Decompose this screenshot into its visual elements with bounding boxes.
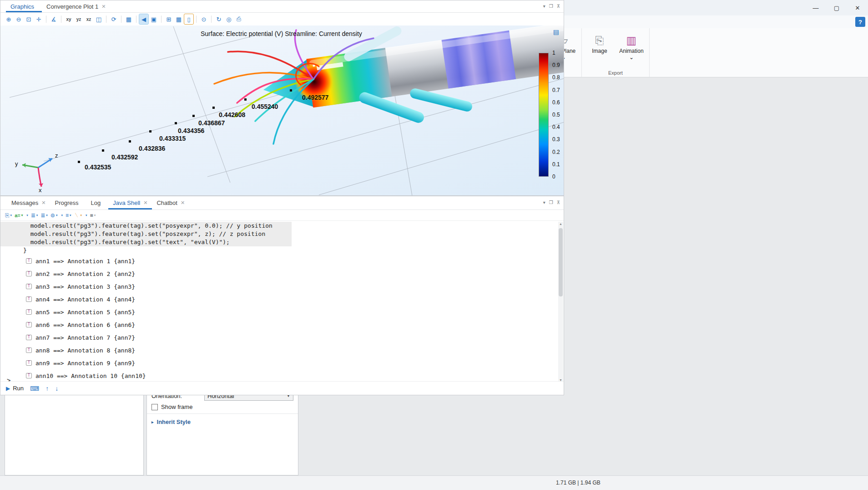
table-toggle-icon[interactable]: ▦▾	[174, 14, 183, 24]
clear-shell-icon[interactable]: ﹨▾	[74, 211, 82, 219]
annotation-icon: T	[26, 296, 32, 302]
history-up-icon[interactable]: ↑	[45, 385, 49, 392]
memory-usage: 1.71 GB | 1.94 GB	[556, 480, 601, 486]
y-axis-label: y	[15, 160, 18, 167]
rotate-icon[interactable]: ⟳▾	[109, 14, 118, 24]
maximize-button[interactable]: ▢	[826, 0, 847, 15]
zoom-out-icon[interactable]: ⊖▾	[14, 14, 23, 24]
plot-properties-icon[interactable]: ▤	[553, 28, 559, 36]
panel-pin-icon[interactable]: ⊼	[557, 4, 560, 9]
axis-triad: y z x	[13, 148, 63, 194]
stop-icon[interactable]: ■▾	[90, 212, 96, 219]
show-hidden-icon[interactable]: ⊚▾	[50, 212, 58, 219]
close-icon[interactable]: ✕	[181, 200, 185, 206]
grid-toggle-icon[interactable]: ⊞▾	[164, 14, 173, 24]
annotation-point	[192, 115, 195, 117]
console-tab[interactable]: Progress	[50, 196, 86, 209]
annotation-icon: T	[26, 271, 32, 276]
show-frame-checkbox[interactable]: Show frame	[147, 402, 298, 412]
code-line: model.result("pg3").feature(tag).set("po…	[0, 222, 292, 230]
annotation-icon: T	[26, 335, 32, 340]
zoom-box-icon[interactable]: ⊡▾	[24, 14, 33, 24]
close-icon[interactable]: ✕	[41, 200, 45, 206]
plot-canvas[interactable]: Surface: Electric potential (V) Streamli…	[0, 26, 564, 196]
close-button[interactable]: ✕	[847, 0, 868, 15]
zoom-extents-icon[interactable]: ✛▾	[34, 14, 43, 24]
panel-float-icon[interactable]: ❐	[549, 200, 553, 205]
console-tab[interactable]: Java Shell✕	[108, 196, 152, 209]
history-down-icon[interactable]: ↓	[55, 385, 58, 392]
colorbar-tick-label: 0.2	[552, 149, 560, 155]
console-bottom-toolbar: ▶Run ⌨ ↑ ↓	[0, 381, 564, 395]
keyboard-icon[interactable]: ⌨	[30, 385, 39, 392]
run-button[interactable]: ▶Run	[6, 385, 24, 392]
indent-less-icon[interactable]: ≣▾	[40, 212, 48, 219]
panel-float-icon[interactable]: ❐	[549, 4, 553, 9]
annotation-icon: T	[26, 258, 32, 264]
annotation-icon: T	[26, 322, 32, 327]
graphics-tab[interactable]: Graphics	[6, 0, 42, 12]
go-to-xz-view-icon[interactable]: xz▾	[84, 14, 93, 24]
minimize-button[interactable]: —	[805, 0, 826, 15]
snapshot-icon[interactable]: ◎▾	[224, 14, 233, 24]
export-icon: ⎘	[595, 33, 604, 48]
shell-result-line: T ann9 ==> Annotation 9 {ann9}	[0, 357, 559, 369]
export-icon: ▥	[626, 33, 637, 48]
annotation-value: 0.492577	[302, 94, 328, 101]
go-to-xy-view-icon[interactable]: xy▾	[64, 14, 73, 24]
section-inherit-style[interactable]: ▸Inherit Style	[147, 416, 298, 427]
view-menu-icon[interactable]: ▣▾	[149, 14, 158, 24]
close-icon[interactable]: ✕	[143, 200, 147, 206]
show-expressions-icon[interactable]: a=▾	[15, 213, 23, 218]
colorbar-tick-label: 0.8	[552, 74, 560, 81]
shell-result-line: T ann2 ==> Annotation 2 {ann2}	[0, 267, 559, 280]
colorbar-tick-label: 0.1	[552, 161, 560, 168]
colorbar-tick-label: 0.4	[552, 124, 560, 130]
panel-menu-icon[interactable]: ▾	[543, 200, 545, 205]
go-to-default-view-icon[interactable]: ∡▾	[49, 14, 58, 24]
shell-result-line: T ann4 ==> Annotation 4 {ann4}	[0, 293, 559, 306]
annotation-point	[212, 107, 215, 109]
annotation-point	[78, 161, 80, 163]
shell-result-line: T ann10 ==> Annotation 10 {ann10}	[0, 369, 559, 382]
shell-output[interactable]: model.result("pg3").feature(tag).set("po…	[0, 222, 559, 382]
annotation-value: 0.432592	[111, 153, 138, 161]
panel-menu-icon[interactable]: ▾	[543, 4, 545, 9]
annotation-icon: T	[26, 309, 32, 315]
scene-light-icon[interactable]: ◫▾	[94, 14, 103, 24]
indent-more-icon[interactable]: ≣▾	[31, 212, 38, 219]
x-axis-label: x	[39, 187, 42, 194]
console-scrollbar[interactable]: ▲▼	[558, 222, 563, 382]
annotation-icon: T	[26, 347, 32, 353]
go-to-yz-view-icon[interactable]: yz▾	[74, 14, 83, 24]
animation-button[interactable]: ▥ Animation ⌄	[616, 30, 646, 68]
wrap-lines-icon[interactable]: ≡▾	[66, 212, 71, 219]
zoom-in-icon[interactable]: ⊕▾	[4, 14, 13, 24]
console-tab[interactable]: Chatbot✕	[152, 196, 189, 209]
console-tab[interactable]: Messages✕	[7, 196, 50, 209]
annotation-value: 0.455240	[252, 103, 278, 110]
update-plot-icon[interactable]: ↻▾	[214, 14, 223, 24]
code-line: model.result("pg3").feature(tag).set("te…	[0, 238, 292, 246]
graphics-settings-icon[interactable]: ⊙▾	[199, 14, 208, 24]
console-tab[interactable]: Log	[86, 196, 109, 209]
close-icon[interactable]: ✕	[101, 4, 106, 10]
ruler-toggle-icon[interactable]: ▯▾	[184, 14, 193, 24]
annotation-value: 0.442608	[219, 111, 245, 118]
panel-pin-icon[interactable]: ⊼	[557, 200, 560, 205]
graphics-panel: Graphics Convergence Plot 1✕ ▾❐⊼ ⊕▾ ⊖▾ ⊡…	[0, 0, 564, 395]
image-button[interactable]: ⎘ Image	[585, 30, 615, 68]
play-icon: ▶	[6, 385, 10, 392]
annotation-point	[244, 98, 247, 101]
colorbar-tick-label: 0.7	[552, 87, 560, 93]
shell-result-line: T ann3 ==> Annotation 3 {ann3}	[0, 280, 559, 293]
copy-shell-icon[interactable]: ⎘▾	[5, 212, 12, 219]
print-icon[interactable]: ⎙▾	[234, 14, 243, 24]
graphics-tab[interactable]: Convergence Plot 1✕	[42, 0, 110, 12]
sound-icon[interactable]: ◀▾	[139, 14, 148, 24]
help-button[interactable]: ?	[855, 17, 865, 27]
z-axis-label: z	[55, 152, 58, 159]
console-tab-bar: Messages✕ Progress Log Java Shell✕ Chatb…	[0, 196, 564, 210]
plot-settings-icon[interactable]: ▦▾	[124, 14, 133, 24]
colorbar	[539, 53, 549, 177]
